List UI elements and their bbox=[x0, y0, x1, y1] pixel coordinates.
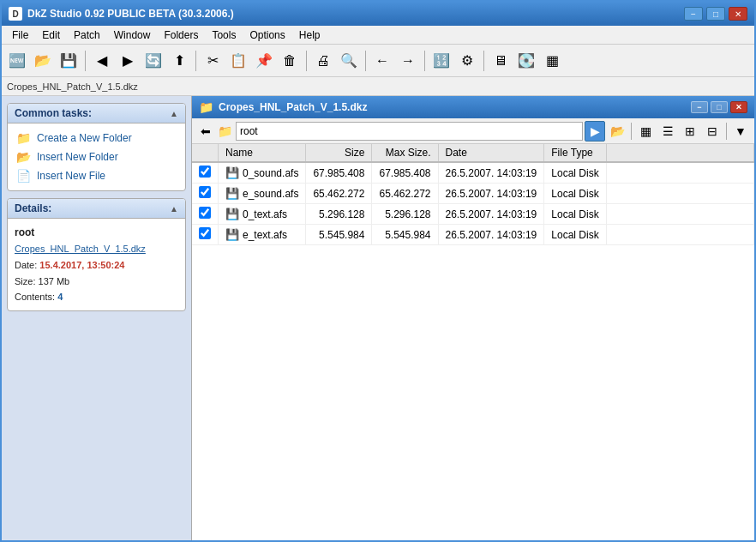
details-contents-row: Contents: 4 bbox=[15, 289, 178, 305]
tb-copy[interactable]: 📋 bbox=[226, 49, 250, 73]
details-collapse[interactable]: ▲ bbox=[170, 204, 178, 214]
row-name-1: 💾 e_sound.afs bbox=[219, 184, 306, 204]
path-folder-icon: 📁 bbox=[218, 124, 232, 138]
tb-paste[interactable]: 📌 bbox=[252, 49, 276, 73]
row-checkbox-cell-3[interactable] bbox=[192, 225, 219, 245]
table-row[interactable]: 💾 e_text.afs 5.545.984 5.545.984 26.5.20… bbox=[192, 225, 754, 245]
details-content: root Cropes_HNL_Patch_V_1.5.dkz Date: 15… bbox=[8, 219, 185, 310]
tb-new[interactable]: 🆕 bbox=[5, 49, 29, 73]
tb-disk[interactable]: 💽 bbox=[514, 49, 538, 73]
row-date-3: 26.5.2007. 14:03:19 bbox=[438, 225, 544, 245]
inner-back-button[interactable]: ⬅ bbox=[195, 121, 216, 142]
task-create-folder[interactable]: 📁 Create a New Folder bbox=[15, 129, 178, 148]
menu-help[interactable]: Help bbox=[292, 27, 327, 43]
table-row[interactable]: 💾 0_sound.afs 67.985.408 67.985.408 26.5… bbox=[192, 162, 754, 184]
row-name-text-3: e_text.afs bbox=[243, 229, 287, 241]
col-type[interactable]: File Type bbox=[544, 144, 606, 162]
menu-options[interactable]: Options bbox=[243, 27, 291, 43]
left-panel: Common tasks: ▲ 📁 Create a New Folder 📂 … bbox=[2, 96, 192, 542]
tb-monitor[interactable]: 🖥 bbox=[489, 49, 513, 73]
details-size-row: Size: 137 Mb bbox=[15, 274, 178, 290]
tb-arrow-left[interactable]: ← bbox=[370, 49, 394, 73]
row-date-1: 26.5.2007. 14:03:19 bbox=[438, 184, 544, 204]
tb-back[interactable]: ◀ bbox=[90, 49, 114, 73]
row-checkbox-2[interactable] bbox=[199, 207, 211, 219]
row-type-1: Local Disk bbox=[544, 184, 606, 204]
row-size-2: 5.296.128 bbox=[306, 204, 372, 225]
maximize-button[interactable]: □ bbox=[706, 7, 725, 21]
inner-go-button[interactable]: ▶ bbox=[585, 121, 605, 142]
close-button[interactable]: ✕ bbox=[729, 7, 747, 21]
menu-window[interactable]: Window bbox=[107, 27, 158, 43]
details-date-row: Date: 15.4.2017, 13:50:24 bbox=[15, 257, 178, 274]
path-input[interactable] bbox=[236, 122, 583, 141]
breadcrumb-bar: Cropes_HNL_Patch_V_1.5.dkz bbox=[2, 77, 754, 96]
tb-save[interactable]: 💾 bbox=[57, 49, 81, 73]
task-create-folder-label: Create a New Folder bbox=[37, 132, 132, 144]
inner-window-controls: − □ ✕ bbox=[691, 101, 747, 113]
inner-dropdown[interactable]: ▼ bbox=[730, 121, 751, 142]
inner-minimize-button[interactable]: − bbox=[691, 101, 708, 113]
row-checkbox-cell-2[interactable] bbox=[192, 204, 219, 225]
row-checkbox-cell-0[interactable] bbox=[192, 162, 219, 184]
table-row[interactable]: 💾 0_text.afs 5.296.128 5.296.128 26.5.20… bbox=[192, 204, 754, 225]
menu-file[interactable]: File bbox=[5, 27, 35, 43]
row-extra-2 bbox=[606, 204, 753, 225]
menu-patch[interactable]: Patch bbox=[67, 27, 107, 43]
tb-forward[interactable]: ▶ bbox=[116, 49, 140, 73]
col-date[interactable]: Date bbox=[438, 144, 544, 162]
minimize-button[interactable]: − bbox=[684, 7, 703, 21]
details-filename[interactable]: Cropes_HNL_Patch_V_1.5.dkz bbox=[15, 241, 178, 257]
tb-delete[interactable]: 🗑 bbox=[278, 49, 302, 73]
menu-edit[interactable]: Edit bbox=[35, 27, 67, 43]
tb-up[interactable]: ⬆ bbox=[167, 49, 191, 73]
row-checkbox-1[interactable] bbox=[199, 186, 211, 198]
row-checkbox-3[interactable] bbox=[199, 227, 211, 239]
details-date-label: Date: bbox=[15, 260, 37, 270]
inner-titlebar: 📁 Cropes_HNL_Patch_V_1.5.dkz − □ ✕ bbox=[192, 96, 754, 118]
table-header-row: Name Size Max Size. Date File Type bbox=[192, 144, 754, 162]
row-name-2: 💾 0_text.afs bbox=[219, 204, 306, 225]
tb-settings[interactable]: ⚙ bbox=[455, 49, 479, 73]
row-type-0: Local Disk bbox=[544, 162, 606, 184]
window-controls: − □ ✕ bbox=[684, 7, 747, 21]
inner-title-text: Cropes_HNL_Patch_V_1.5.dkz bbox=[219, 101, 691, 113]
toolbar-sep-6 bbox=[483, 51, 484, 71]
task-insert-folder[interactable]: 📂 Insert New Folder bbox=[15, 148, 178, 166]
col-size[interactable]: Size bbox=[306, 144, 372, 162]
row-type-3: Local Disk bbox=[544, 225, 606, 245]
menu-tools[interactable]: Tools bbox=[205, 27, 243, 43]
details-panel: Details: ▲ root Cropes_HNL_Patch_V_1.5.d… bbox=[7, 198, 186, 311]
inner-view-grid[interactable]: ⊟ bbox=[702, 121, 723, 142]
row-checkbox-0[interactable] bbox=[199, 166, 211, 178]
row-checkbox-cell-1[interactable] bbox=[192, 184, 219, 204]
row-size-0: 67.985.408 bbox=[306, 162, 372, 184]
task-insert-file[interactable]: 📄 Insert New File bbox=[15, 166, 178, 185]
col-max-size[interactable]: Max Size. bbox=[372, 144, 438, 162]
tb-refresh[interactable]: 🔄 bbox=[141, 49, 165, 73]
inner-folder-open-button[interactable]: 📂 bbox=[607, 121, 627, 142]
tb-cut[interactable]: ✂ bbox=[201, 49, 225, 73]
details-title: root bbox=[15, 224, 178, 241]
tb-calc[interactable]: 🔢 bbox=[429, 49, 453, 73]
row-name-text-0: 0_sound.afs bbox=[243, 167, 298, 179]
inner-close-button[interactable]: ✕ bbox=[730, 101, 747, 113]
inner-maximize-button[interactable]: □ bbox=[711, 101, 728, 113]
common-tasks-collapse[interactable]: ▲ bbox=[170, 109, 178, 118]
inner-view-icons[interactable]: ⊞ bbox=[680, 121, 700, 142]
col-name[interactable]: Name bbox=[219, 144, 306, 162]
tb-grid[interactable]: ▦ bbox=[540, 49, 564, 73]
menu-folders[interactable]: Folders bbox=[157, 27, 205, 43]
tb-print[interactable]: 🖨 bbox=[311, 49, 335, 73]
common-tasks-label: Common tasks: bbox=[15, 107, 92, 119]
inner-view-details[interactable]: ▦ bbox=[635, 121, 656, 142]
details-contents-label: Contents: bbox=[15, 292, 55, 302]
table-row[interactable]: 💾 e_sound.afs 65.462.272 65.462.272 26.5… bbox=[192, 184, 754, 204]
inner-title-folder-icon: 📁 bbox=[199, 100, 213, 114]
inner-view-list[interactable]: ☰ bbox=[657, 121, 678, 142]
row-icon-3: 💾 bbox=[225, 228, 239, 242]
tb-search[interactable]: 🔍 bbox=[337, 49, 361, 73]
tb-open[interactable]: 📂 bbox=[31, 49, 55, 73]
details-label: Details: bbox=[15, 202, 51, 214]
tb-arrow-right[interactable]: → bbox=[396, 49, 420, 73]
